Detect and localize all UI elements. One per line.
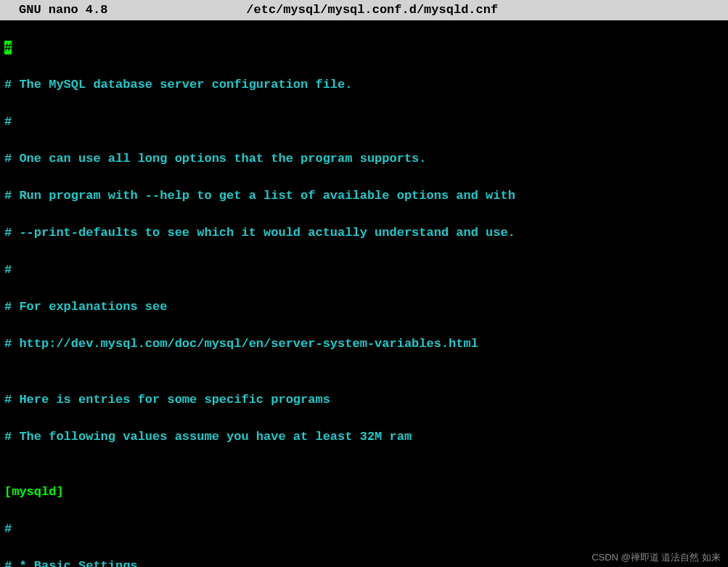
comment-line: # The MySQL database server configuratio… <box>4 76 724 94</box>
section-header: [mysqld] <box>4 483 724 502</box>
comment-line: # Run program with --help to get a list … <box>4 187 724 205</box>
comment-line: # <box>4 520 724 539</box>
comment-line: # One can use all long options that the … <box>4 150 724 168</box>
cursor: # <box>4 41 12 54</box>
file-path: /etc/mysql/mysql.conf.d/mysqld.cnf <box>107 1 724 20</box>
editor-content[interactable]: # # The MySQL database server configurat… <box>0 20 728 568</box>
titlebar: GNU nano 4.8 /etc/mysql/mysql.conf.d/mys… <box>0 0 728 20</box>
comment-line: # For explanations see <box>4 298 724 317</box>
comment-line: # Here is entries for some specific prog… <box>4 391 724 409</box>
comment-line: # --print-defaults to see which it would… <box>4 224 724 242</box>
app-name: GNU nano 4.8 <box>4 1 107 20</box>
comment-line: # <box>4 261 724 280</box>
watermark: CSDN @禅即道 道法自然 如来 <box>592 550 721 565</box>
comment-line: # The following values assume you have a… <box>4 428 724 446</box>
comment-line: # <box>4 113 724 131</box>
comment-line: # http://dev.mysql.com/doc/mysql/en/serv… <box>4 335 724 354</box>
